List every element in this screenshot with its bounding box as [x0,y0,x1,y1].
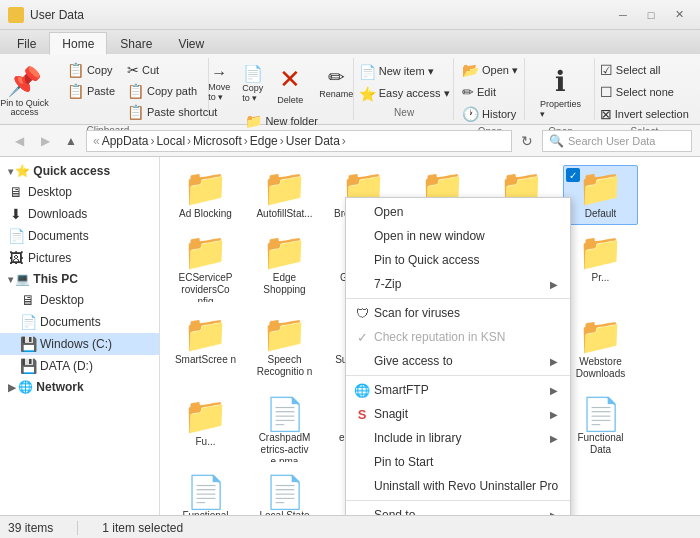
file-item-functionalwal[interactable]: 📄 Functional Data-wal [168,471,243,515]
ctx-open[interactable]: Open [346,200,570,224]
data-d-icon: 💾 [20,358,36,374]
ctx-give-access[interactable]: Give access to ▶ [346,349,570,373]
desktop-icon: 🖥 [8,184,24,200]
up-button[interactable]: ▲ [60,130,82,152]
file-item-speech[interactable]: 📁 Speech Recognitio n [247,311,322,389]
ctx-sep3 [346,500,570,501]
easy-access-button[interactable]: ⭐ Easy access ▾ [354,84,455,104]
sidebar-item-desktop2[interactable]: 🖥 Desktop [0,289,159,311]
path-userdata[interactable]: User Data [286,134,340,148]
ctx-check-reputation[interactable]: ✓ Check reputation in KSN [346,325,570,349]
copy-path-icon: 📋 [127,83,144,99]
delete-icon: ✕ [279,64,301,95]
folder-icon: 📁 [183,398,228,434]
copy-to-icon: 📄 [243,64,263,83]
forward-button[interactable]: ▶ [34,130,56,152]
sidebar-item-documents2[interactable]: 📄 Documents [0,311,159,333]
tab-home[interactable]: Home [49,32,107,55]
title-bar: User Data ─ □ ✕ [0,0,700,30]
ctx-smartftp[interactable]: 🌐 SmartFTP ▶ [346,378,570,402]
file-item-edge-shopping[interactable]: 📁 Edge Shopping [247,229,322,307]
file-icon: 📄 [581,398,621,430]
file-item-crashpadmetrics[interactable]: 📄 CrashpadM etrics-activ e.pma [247,393,322,467]
maximize-button[interactable]: □ [638,4,664,26]
ctx-revo[interactable]: Uninstall with Revo Uninstaller Pro [346,474,570,498]
move-to-button[interactable]: → Moveto ▾ [203,60,235,109]
sidebar-item-pictures[interactable]: 🖼 Pictures [0,247,159,269]
file-item-functional[interactable]: 📄 Functional Data [563,393,638,467]
copy-button[interactable]: 📋 Copy [62,60,120,80]
sidebar-network-header[interactable]: ▶ 🌐 Network [0,377,159,397]
sidebar-label-thispc: 💻 This PC [15,272,78,286]
folder-icon: 📁 [183,316,228,352]
new-item-button[interactable]: 📄 New item ▾ [354,62,439,82]
path-local[interactable]: Local [156,134,185,148]
copy-to-button[interactable]: 📄 Copyto ▾ [237,60,268,109]
sidebar-item-label: Pictures [28,251,71,265]
history-icon: 🕐 [462,106,479,122]
sidebar-item-label: Windows (C:) [40,337,112,351]
sidebar-thispc-header[interactable]: ▾ 💻 This PC [0,269,159,289]
refresh-button[interactable]: ↻ [516,130,538,152]
address-path[interactable]: « AppData › Local › Microsoft › Edge › U… [86,130,512,152]
ctx-pin-start[interactable]: Pin to Start [346,450,570,474]
file-icon: 📄 [265,476,305,508]
edit-button[interactable]: ✏ Edit [457,82,501,102]
paste-button[interactable]: 📋 Paste [62,81,120,101]
ctx-include-library[interactable]: Include in library ▶ [346,426,570,450]
path-microsoft[interactable]: Microsoft [193,134,242,148]
sidebar-item-data-d[interactable]: 💾 DATA (D:) [0,355,159,377]
tab-file[interactable]: File [4,32,49,54]
file-item-ad-blocking[interactable]: 📁 Ad Blocking [168,165,243,225]
open-button[interactable]: 📂 Open ▾ [457,60,523,80]
ctx-scan-viruses[interactable]: 🛡 Scan for viruses [346,301,570,325]
delete-button[interactable]: ✕ Delete [270,60,310,109]
submenu-arrow: ▶ [550,279,558,290]
path-separator: « [93,134,100,148]
pictures-icon: 🖼 [8,250,24,266]
file-icon: 📄 [186,476,226,508]
file-item-ecservice[interactable]: 📁 ECServiceP rovidersCo nfig [168,229,243,307]
submenu-arrow: ▶ [550,385,558,396]
path-appdata[interactable]: AppData [102,134,149,148]
tab-view[interactable]: View [165,32,217,54]
ctx-7zip[interactable]: 7-Zip ▶ [346,272,570,296]
address-bar: ◀ ▶ ▲ « AppData › Local › Microsoft › Ed… [0,125,700,157]
ctx-open-new-window[interactable]: Open in new window [346,224,570,248]
ctx-pin-quick[interactable]: Pin to Quick access [346,248,570,272]
file-item-pr[interactable]: 📁 Pr... [563,229,638,307]
minimize-button[interactable]: ─ [610,4,636,26]
properties-button[interactable]: ℹ Properties ▾ [533,60,588,124]
tab-share[interactable]: Share [107,32,165,54]
history-button[interactable]: 🕐 History [457,104,521,124]
back-button[interactable]: ◀ [8,130,30,152]
ctx-send-to[interactable]: Send to ▶ [346,503,570,515]
invert-selection-button[interactable]: ⊠ Invert selection [595,104,694,124]
ctx-open-label: Open [374,205,403,219]
sidebar-item-windows-c[interactable]: 💾 Windows (C:) [0,333,159,355]
file-item-webstore[interactable]: 📁 Webstore Downloads [563,313,638,389]
ctx-snagit[interactable]: S Snagit ▶ [346,402,570,426]
folder-icon: 📁 [262,316,307,352]
sidebar-item-documents[interactable]: 📄 Documents [0,225,159,247]
file-item-default[interactable]: ✓ 📁 Default [563,165,638,225]
path-edge[interactable]: Edge [250,134,278,148]
file-item-smartscreen[interactable]: 📁 SmartScree n [168,311,243,389]
ribbon-group-open: 📂 Open ▾ ✏ Edit 🕐 History Open [456,58,526,120]
file-item-localstate[interactable]: 📄 Local State [247,471,322,515]
sidebar-item-downloads[interactable]: ⬇ Downloads [0,203,159,225]
select-none-button[interactable]: ☐ Select none [595,82,679,102]
sidebar-item-desktop[interactable]: 🖥 Desktop [0,181,159,203]
file-item-autofill[interactable]: 📁 AutofillStat... [247,165,322,225]
shield-icon: 🛡 [354,306,370,321]
paste-icon: 📋 [67,83,84,99]
new-folder-button[interactable]: 📁 New folder [203,111,360,131]
sidebar-quick-access-header[interactable]: ▾ ⭐ Quick access [0,161,159,181]
select-all-button[interactable]: ☑ Select all [595,60,666,80]
file-item-fu[interactable]: 📁 Fu... [168,393,243,467]
sidebar-label-quick-access: ⭐ Quick access [15,164,110,178]
pin-to-quick-access-button[interactable]: 📌 Pin to Quickaccess [0,60,56,123]
search-box[interactable]: 🔍 Search User Data [542,130,692,152]
close-button[interactable]: ✕ [666,4,692,26]
cut-icon: ✂ [127,62,139,78]
